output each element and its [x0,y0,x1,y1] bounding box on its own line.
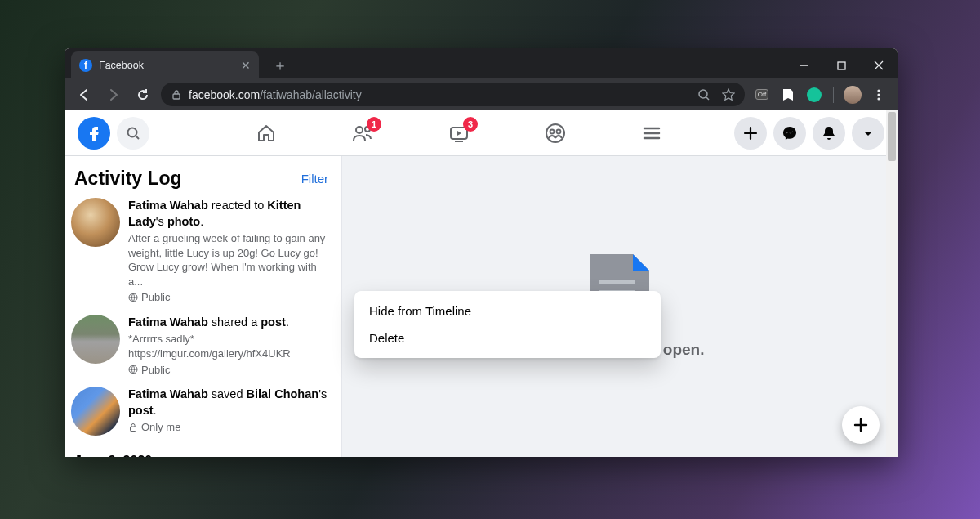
arrow-left-icon [77,87,91,102]
facebook-f-icon [84,123,104,143]
activity-entry[interactable]: Fatima Wahab reacted to Kitten Lady's ph… [71,193,328,310]
tab-favicon: f [79,59,92,72]
entry-privacy: Public [128,363,328,378]
separator [833,87,834,103]
vertical-dots-icon [872,88,885,101]
nav-groups[interactable] [510,114,600,153]
entry-privacy: Only me [128,420,328,435]
address-bar[interactable]: facebook.com/fatiwahab/allactivity [161,83,745,106]
window-close-button[interactable] [860,52,898,78]
facebook-top-nav: 1 3 [221,114,697,153]
activity-entry[interactable]: Fatima Wahab saved Bilal Chohan's post. … [71,382,328,441]
messenger-icon [782,125,798,141]
close-icon [874,60,884,70]
tab-close-icon[interactable]: ✕ [241,59,251,72]
window-maximize-button[interactable] [822,52,860,78]
context-menu: Hide from Timeline Delete [354,291,661,358]
svg-point-17 [550,129,555,133]
filter-link[interactable]: Filter [301,172,328,186]
account-button[interactable] [852,117,884,150]
svg-rect-4 [173,94,180,99]
arrow-right-icon [106,87,121,102]
zoom-icon[interactable] [697,88,710,101]
nav-watch[interactable]: 3 [414,114,504,153]
hamburger-icon [641,123,662,144]
browser-menu-button[interactable] [868,84,889,105]
star-icon[interactable] [722,88,735,101]
nav-friends[interactable]: 1 [318,114,408,153]
entry-text: Fatima Wahab shared a post. [128,315,328,331]
entry-text: Fatima Wahab reacted to Kitten Lady's ph… [128,198,328,230]
window-minimize-button[interactable] [785,52,822,78]
friends-badge: 1 [367,117,381,132]
profile-avatar-button[interactable] [842,84,863,105]
search-icon [126,126,140,141]
entry-text: Fatima Wahab saved Bilal Chohan's post. [128,387,328,418]
globe-icon [128,293,138,302]
caret-down-icon [862,127,875,140]
entry-subtext: After a grueling week of failing to gain… [128,231,328,289]
facebook-logo[interactable] [78,117,110,150]
svg-rect-26 [131,427,136,432]
context-menu-delete[interactable]: Delete [361,324,654,351]
svg-rect-1 [838,62,845,69]
home-icon [256,123,277,144]
browser-tab[interactable]: f Facebook ✕ [71,51,259,78]
plus-icon [853,417,869,433]
browser-tabbar: f Facebook ✕ ＋ [65,48,898,78]
tab-title: Facebook [99,60,234,71]
svg-point-9 [877,97,880,100]
create-button[interactable] [734,117,767,150]
entry-avatar [71,198,120,247]
extension-grammarly-button[interactable] [804,84,825,105]
watch-badge: 3 [463,117,478,132]
maximize-icon [837,61,846,70]
context-menu-hide[interactable]: Hide from Timeline [361,298,654,324]
extension-off-button[interactable]: Off [751,84,773,105]
facebook-app: 1 3 [65,110,898,457]
back-button[interactable] [73,83,96,106]
date-heading: June 9, 2020 [71,441,328,457]
reload-icon [136,87,150,102]
svg-point-16 [546,124,564,142]
entry-subtext: *Arrrrrs sadly* https://imgur.com/galler… [128,332,328,360]
svg-point-12 [356,127,363,133]
facebook-header: 1 3 [65,110,898,156]
activity-log-sidebar: Activity Log Filter Fatima Wahab reacted… [65,156,342,457]
lock-icon [128,423,138,432]
svg-point-5 [699,90,707,98]
browser-toolbar: facebook.com/fatiwahab/allactivity Off [65,78,898,110]
svg-point-18 [557,129,561,133]
new-tab-button[interactable]: ＋ [269,54,292,77]
minimize-icon [799,60,808,70]
plus-icon [743,126,758,141]
page-scrollbar[interactable] [886,110,898,457]
entry-avatar [71,387,120,436]
sidebar-title: Activity Log [74,168,182,190]
bookmark-tag-icon [781,87,795,102]
svg-point-7 [877,89,880,92]
svg-line-11 [136,136,139,139]
extension-clip-button[interactable] [777,84,799,105]
lock-icon [171,89,182,101]
facebook-search-button[interactable] [117,117,149,150]
nav-more[interactable] [607,114,697,153]
nav-home[interactable] [221,114,311,153]
groups-icon [545,123,566,144]
notifications-button[interactable] [813,117,845,150]
reload-button[interactable] [131,83,154,106]
avatar-icon [844,86,862,104]
svg-point-10 [128,128,137,136]
grammarly-icon [807,87,822,102]
svg-point-8 [877,93,880,96]
fab-create-button[interactable] [842,406,880,444]
entry-privacy: Public [128,290,328,305]
forward-button[interactable] [102,83,125,106]
entry-avatar [71,315,120,364]
activity-entry[interactable]: Fatima Wahab shared a post. *Arrrrrs sad… [71,310,328,382]
globe-icon [128,365,138,374]
bell-icon [821,125,837,141]
facebook-header-right [734,117,884,150]
messenger-button[interactable] [773,117,806,150]
svg-line-6 [706,97,709,100]
